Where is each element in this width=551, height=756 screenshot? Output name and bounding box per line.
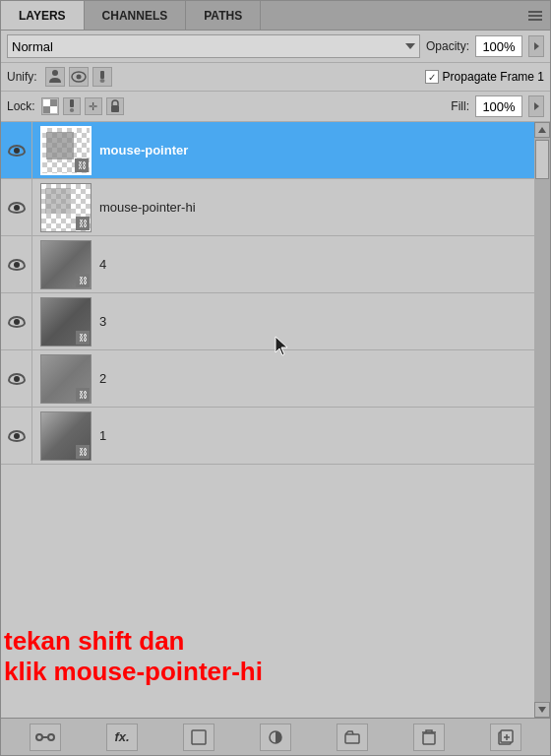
svg-rect-21 [345,734,359,743]
lock-padlock-icon[interactable] [106,97,124,115]
opacity-arrow-icon [534,42,539,50]
unify-row: Unify: ✓ Propagate Frame 1 [1,63,550,92]
layer-item[interactable]: ⛓ 3 [1,293,534,350]
layer-visibility-toggle[interactable] [1,350,32,408]
scroll-up-button[interactable] [534,122,550,138]
layer-thumbnail: ⛓ [40,126,92,175]
new-layer-button[interactable] [490,724,521,751]
opacity-input[interactable]: 100% [475,35,522,57]
unify-eye-icon[interactable] [69,67,89,87]
layer-list-container: ⛓ mouse-pointer ⛓ mouse-pointer-hi [1,122,550,718]
layer-item[interactable]: ⛓ 2 [1,350,534,408]
scroll-thumb[interactable] [535,140,549,179]
link-layers-button[interactable] [30,724,61,751]
layer-thumbnail: ⛓ [40,297,92,346]
layer-list: ⛓ mouse-pointer ⛓ mouse-pointer-hi [1,122,534,718]
layer-link-icon: ⛓ [76,274,90,287]
svg-marker-14 [538,707,546,713]
unify-label: Unify: [7,70,37,84]
layer-name: 2 [99,371,534,386]
layer-visibility-toggle[interactable] [1,236,32,293]
blend-row: Normal Opacity: 100% [1,31,550,63]
svg-marker-13 [538,127,546,133]
scrollbar [534,122,550,718]
tab-channels[interactable]: CHANNELS [85,1,187,30]
opacity-arrow-button[interactable] [528,35,544,57]
svg-text:✛: ✛ [89,100,97,112]
svg-rect-9 [70,99,74,107]
layer-item[interactable]: ⛓ 4 [1,236,534,293]
fill-input[interactable]: 100% [475,95,522,117]
eye-pupil [14,376,20,382]
layer-visibility-toggle[interactable] [1,293,32,350]
layer-visibility-toggle[interactable] [1,122,32,179]
unify-person-icon[interactable] [45,67,65,87]
svg-rect-3 [100,71,104,79]
layer-item[interactable]: ⛓ mouse-pointer-hi [1,179,534,236]
svg-point-4 [99,79,104,83]
eye-pupil [14,205,20,211]
svg-rect-19 [192,730,206,744]
unify-brush-icon[interactable] [92,67,112,87]
svg-rect-5 [43,99,50,106]
layer-link-icon: ⛓ [76,445,90,459]
lock-row: Lock: ✛ Fill: [1,92,550,122]
propagate-section: ✓ Propagate Frame 1 [425,70,544,84]
svg-rect-17 [48,734,54,740]
svg-rect-8 [50,106,57,113]
tab-row: LAYERS CHANNELS PATHS [1,1,550,31]
layer-name: 4 [99,257,534,272]
eye-pupil [14,433,20,439]
propagate-label: Propagate Frame 1 [443,70,544,84]
tab-paths[interactable]: PATHS [186,1,261,30]
propagate-checkbox[interactable]: ✓ [425,70,439,84]
lock-label: Lock: [7,99,35,113]
delete-layer-button[interactable] [413,724,445,751]
fill-arrow-button[interactable] [528,95,544,117]
eye-icon [8,430,26,442]
svg-rect-22 [423,733,435,744]
dropdown-arrow-icon [405,43,415,49]
eye-icon [8,316,26,328]
svg-point-10 [69,108,73,112]
eye-icon [8,259,26,271]
svg-rect-7 [43,106,50,113]
svg-rect-16 [36,734,42,740]
new-group-button[interactable] [337,724,368,751]
layers-panel: LAYERS CHANNELS PATHS Normal Opacity: 10… [0,0,551,756]
fill-label: Fill: [451,99,469,113]
layer-visibility-toggle[interactable] [1,408,32,465]
eye-icon [8,145,26,157]
lock-move-icon[interactable]: ✛ [85,97,102,115]
panel-menu-icon[interactable] [528,9,544,23]
eye-icon [8,202,26,214]
lock-checker-icon[interactable] [41,97,59,115]
opacity-label: Opacity: [426,39,469,53]
eye-pupil [14,262,20,268]
fill-arrow-icon [534,102,539,110]
layer-name: mouse-pointer-hi [99,200,534,215]
lock-brush-icon[interactable] [63,97,81,115]
bottom-toolbar: fx. [1,718,550,755]
scroll-down-button[interactable] [534,702,550,718]
layer-name: 1 [99,428,534,443]
layer-visibility-toggle[interactable] [1,179,32,236]
fill-section: Fill: 100% [451,95,544,117]
adjustment-layer-button[interactable] [260,724,291,751]
new-fill-layer-button[interactable] [183,724,214,751]
eye-icon [8,373,26,385]
tab-layers[interactable]: LAYERS [1,1,85,30]
svg-rect-6 [50,99,57,106]
layer-thumbnail: ⛓ [40,240,92,289]
layer-thumbnail: ⛓ [40,411,92,461]
fx-button[interactable]: fx. [106,724,138,751]
svg-rect-12 [111,105,119,112]
svg-point-2 [76,75,81,80]
layer-thumbnail: ⛓ [40,354,92,404]
blend-mode-dropdown[interactable]: Normal [7,34,420,58]
layer-link-icon: ⛓ [76,217,90,230]
layer-item[interactable]: ⛓ mouse-pointer [1,122,534,179]
layer-item[interactable]: ⛓ 1 [1,408,534,465]
layer-thumbnail: ⛓ [40,183,92,232]
eye-pupil [14,319,20,325]
